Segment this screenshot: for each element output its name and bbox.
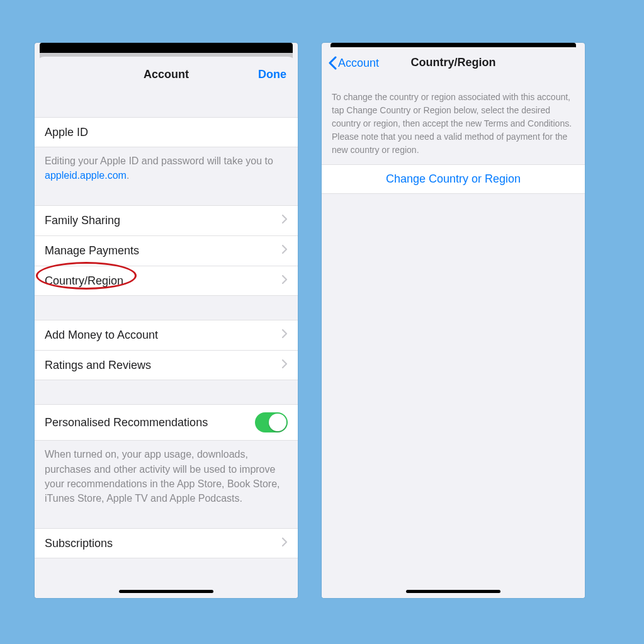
apple-id-row[interactable]: Apple ID: [35, 117, 298, 147]
change-country-button[interactable]: Change Country or Region: [322, 164, 585, 194]
chevron-left-icon: [328, 56, 337, 70]
row-label: Country/Region: [45, 274, 123, 288]
row-label: Manage Payments: [45, 244, 139, 257]
chevron-right-icon: [281, 274, 288, 288]
chevron-right-icon: [281, 537, 288, 550]
recommendations-footer: When turned on, your app usage, download…: [35, 441, 298, 513]
account-sheet: Account Done Apple ID Editing your Apple…: [35, 57, 298, 598]
nav-title: Account: [144, 68, 189, 81]
family-sharing-row[interactable]: Family Sharing: [35, 205, 298, 235]
navbar: Account Country/Region: [322, 47, 585, 82]
home-indicator-icon: [119, 590, 213, 593]
add-money-row[interactable]: Add Money to Account: [35, 320, 298, 350]
apple-id-label: Apple ID: [45, 126, 88, 139]
ratings-reviews-row[interactable]: Ratings and Reviews: [35, 350, 298, 380]
account-screen: Account Done Apple ID Editing your Apple…: [35, 43, 298, 598]
back-button[interactable]: Account: [328, 56, 379, 70]
row-label: Subscriptions: [45, 537, 113, 550]
device-frame-top: [40, 43, 293, 53]
apple-id-footer: Editing your Apple ID and password will …: [35, 147, 298, 190]
personalised-recommendations-row[interactable]: Personalised Recommendations: [35, 404, 298, 441]
chevron-right-icon: [281, 244, 288, 257]
content-scroll[interactable]: Apple ID Editing your Apple ID and passw…: [35, 93, 298, 590]
chevron-right-icon: [281, 214, 288, 227]
chevron-right-icon: [281, 329, 288, 342]
done-button[interactable]: Done: [258, 68, 286, 81]
chevron-right-icon: [281, 359, 288, 372]
navbar: Account Done: [35, 57, 298, 93]
country-region-screen: Account Country/Region To change the cou…: [322, 43, 585, 598]
row-label: Family Sharing: [45, 214, 120, 227]
recommendations-toggle[interactable]: [255, 412, 288, 432]
appleid-link[interactable]: appleid.apple.com: [45, 170, 127, 181]
nav-title: Country/Region: [411, 56, 496, 69]
subscriptions-row[interactable]: Subscriptions: [35, 528, 298, 558]
manage-payments-row[interactable]: Manage Payments: [35, 235, 298, 266]
back-label: Account: [338, 57, 379, 70]
instructions-text: To change the country or region associat…: [322, 82, 585, 164]
content-scroll[interactable]: To change the country or region associat…: [322, 82, 585, 590]
home-indicator-icon: [406, 590, 500, 593]
row-label: Add Money to Account: [45, 329, 158, 342]
country-region-row[interactable]: Country/Region: [35, 266, 298, 296]
row-label: Personalised Recommendations: [45, 416, 208, 429]
row-label: Ratings and Reviews: [45, 359, 151, 372]
country-region-sheet: Account Country/Region To change the cou…: [322, 47, 585, 598]
